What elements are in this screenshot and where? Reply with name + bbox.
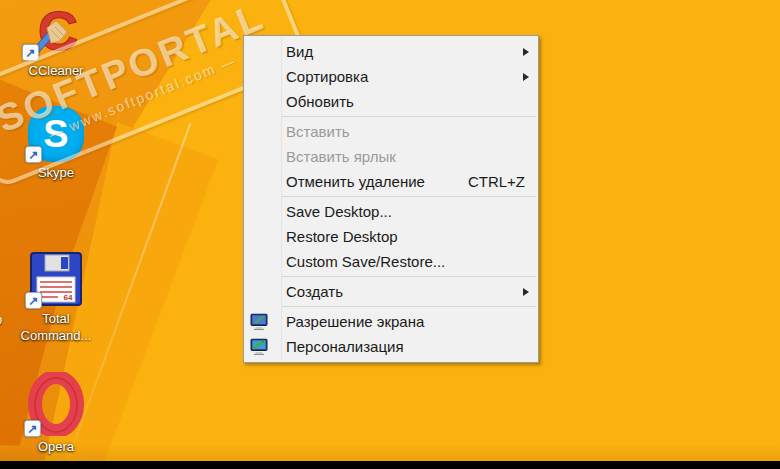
cutoff-icon-label-fragment: o <box>0 312 2 327</box>
submenu-arrow-icon <box>523 73 529 81</box>
opera-icon: ↗ <box>27 372 85 436</box>
menu-item-new[interactable]: Создать <box>244 279 538 304</box>
menu-separator <box>282 306 536 307</box>
menu-item-view[interactable]: Вид <box>244 39 538 64</box>
menu-separator <box>282 116 536 117</box>
icon-label: Total Command... <box>12 311 100 345</box>
menu-item-label: Save Desktop... <box>286 203 392 220</box>
menu-item-label: Сортировка <box>286 68 368 85</box>
menu-item-personalization[interactable]: Персонализация <box>244 334 538 359</box>
shortcut-arrow-icon: ↗ <box>25 292 42 309</box>
menu-item-label: Custom Save/Restore... <box>286 253 445 270</box>
icon-label: Opera <box>38 439 74 456</box>
menu-item-label: Создать <box>286 283 343 300</box>
desktop-icon-total-commander[interactable]: 64 ↗ Total Command... <box>8 248 104 345</box>
menu-item-undo-delete[interactable]: Отменить удаление CTRL+Z <box>244 169 538 194</box>
svg-text:64: 64 <box>64 293 73 302</box>
menu-item-label: Персонализация <box>286 338 404 355</box>
menu-item-restore-desktop[interactable]: Restore Desktop <box>244 224 538 249</box>
menu-separator <box>282 196 536 197</box>
shortcut-arrow-icon: ↗ <box>24 420 41 437</box>
desktop-icon-opera[interactable]: ↗ Opera <box>8 372 104 456</box>
menu-item-refresh[interactable]: Обновить <box>244 89 538 114</box>
menu-separator <box>282 276 536 277</box>
display-resolution-icon <box>250 313 268 330</box>
personalization-icon <box>250 338 268 355</box>
menu-item-sort-by[interactable]: Сортировка <box>244 64 538 89</box>
menu-item-custom-save-restore[interactable]: Custom Save/Restore... <box>244 249 538 274</box>
menu-item-label: Отменить удаление <box>286 173 425 190</box>
menu-item-paste-shortcut: Вставить ярлык <box>244 144 538 169</box>
menu-item-save-desktop[interactable]: Save Desktop... <box>244 199 538 224</box>
menu-item-screen-resolution[interactable]: Разрешение экрана <box>244 309 538 334</box>
menu-item-label: Restore Desktop <box>286 228 398 245</box>
menu-item-label: Обновить <box>286 93 354 110</box>
menu-item-label: Вид <box>286 43 313 60</box>
menu-item-label: Разрешение экрана <box>286 313 424 330</box>
total-commander-icon: 64 ↗ <box>28 248 84 308</box>
submenu-arrow-icon <box>523 288 529 296</box>
wallpaper-bottom-shade <box>0 445 780 461</box>
menu-item-shortcut: CTRL+Z <box>468 173 528 190</box>
taskbar[interactable] <box>0 461 780 469</box>
menu-item-paste: Вставить <box>244 119 538 144</box>
submenu-arrow-icon <box>523 48 529 56</box>
desktop[interactable]: C ↗ CCleaner S ↗ Skype 64 <box>0 0 780 469</box>
context-menu: Вид Сортировка Обновить Вставить Вставит… <box>243 35 539 363</box>
menu-item-label: Вставить <box>286 123 350 140</box>
menu-item-label: Вставить ярлык <box>286 148 396 165</box>
